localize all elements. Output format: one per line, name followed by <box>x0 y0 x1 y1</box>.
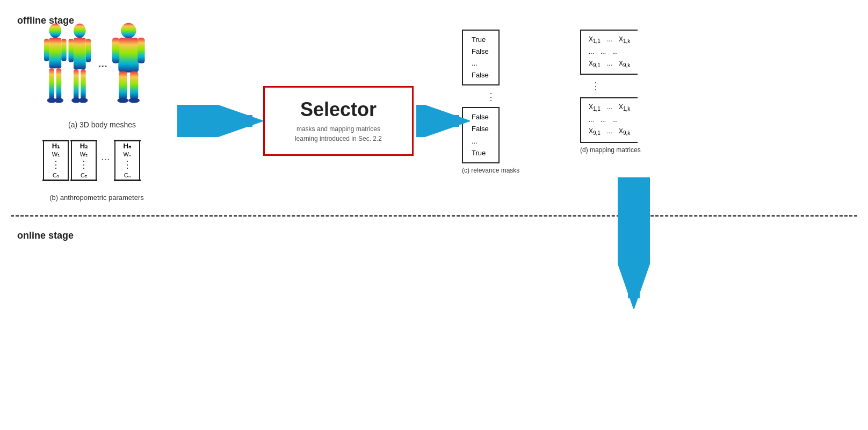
param-ellipsis: ... <box>99 140 112 163</box>
bottom-section: online stage User <box>0 215 868 430</box>
diagram-container: offline stage <box>0 0 868 430</box>
mask-false-4: False <box>472 123 490 135</box>
svg-rect-2 <box>44 39 49 61</box>
anthro-params: H₁ W₁ ⋮ C₁ H₂ W₂ ⋮ C₂ ... Hₙ Wₙ ⋮ Cₙ <box>43 140 140 181</box>
svg-text:...: ... <box>98 57 107 69</box>
svg-rect-21 <box>119 71 127 99</box>
param-dots-2: ⋮ <box>79 159 89 171</box>
param-col-n: Hₙ Wₙ ⋮ Cₙ <box>114 140 140 181</box>
mask-vertical-dots: ⋮ <box>462 91 519 102</box>
param-col-1: H₁ W₁ ⋮ C₁ <box>43 140 69 181</box>
matrix-separator-dots: ⋮ <box>580 80 641 92</box>
matrix2-row-1: X1,1 ... X1,k <box>589 102 630 114</box>
m1-dots2: ... <box>589 46 594 58</box>
mask-box-1: True False ... False <box>462 30 500 85</box>
matrix-box-2: X1,1 ... X1,k ... ... ... X9,1 ... X9,k <box>580 97 638 142</box>
param-header-n: Hₙ <box>123 142 131 150</box>
matrices-label: (d) mapping matrices <box>580 146 641 154</box>
m2-x91: X9,1 <box>589 126 601 138</box>
svg-rect-19 <box>112 38 119 63</box>
online-stage-label: online stage <box>17 230 74 241</box>
matrix-row-1: X1,1 ... X1,k <box>589 34 630 46</box>
svg-point-17 <box>121 23 136 38</box>
selector-box: Selector masks and mapping matriceslearn… <box>263 86 414 156</box>
m1-dots1: ... <box>607 34 612 46</box>
svg-point-24 <box>128 98 140 103</box>
svg-rect-10 <box>68 39 73 62</box>
param-sub-cn: Cₙ <box>124 172 131 179</box>
m2-dots2: ... <box>589 114 594 126</box>
mask-dots-1: ... <box>472 58 490 69</box>
matrix-box-1: X1,1 ... X1,k ... ... ... X9,1 ... X9,k <box>580 30 638 75</box>
arrow-selector-to-masks <box>416 105 470 137</box>
svg-point-0 <box>49 24 61 38</box>
m2-x1k: X1,k <box>619 102 630 114</box>
masks-section: True False ... False ⋮ False False ... T… <box>462 30 519 174</box>
m2-dots5: ... <box>607 126 612 138</box>
m2-dots3: ... <box>601 114 606 126</box>
arrow-matrices-to-mapper <box>618 185 650 309</box>
param-dots-1: ⋮ <box>51 159 61 171</box>
mask-true-2: True <box>472 147 490 159</box>
masks-label: (c) relevance masks <box>462 167 519 174</box>
top-section: offline stage <box>0 0 868 215</box>
svg-rect-18 <box>118 38 139 72</box>
m2-dots1: ... <box>607 102 612 114</box>
svg-rect-5 <box>56 68 61 99</box>
param-dots-n: ⋮ <box>122 159 132 171</box>
m1-dots4: ... <box>612 46 618 58</box>
svg-rect-22 <box>130 71 138 99</box>
m1-x1k: X1,k <box>619 34 630 46</box>
anthro-label: (b) anthropometric parameters <box>32 194 161 202</box>
param-sub-w2: W₂ <box>80 151 88 158</box>
mask-true-1: True <box>472 34 490 46</box>
m1-x11: X1,1 <box>589 34 601 46</box>
body-meshes-svg: ... <box>32 22 172 118</box>
svg-rect-4 <box>49 68 54 99</box>
m1-x91: X9,1 <box>589 58 601 70</box>
m1-dots3: ... <box>601 46 606 58</box>
svg-point-23 <box>117 98 128 103</box>
param-sub-c2: C₂ <box>81 172 87 179</box>
selector-subtitle: masks and mapping matriceslearning intro… <box>295 124 382 144</box>
svg-rect-20 <box>138 38 144 63</box>
matrices-section: X1,1 ... X1,k ... ... ... X9,1 ... X9,k … <box>580 30 641 154</box>
mask-dots-2: ... <box>472 135 490 147</box>
matrix2-row-3: X9,1 ... X9,k <box>589 126 630 138</box>
selector-title: Selector <box>300 98 377 121</box>
mask-false-1: False <box>472 46 490 58</box>
svg-rect-12 <box>74 69 78 99</box>
param-header-1: H₁ <box>52 142 60 150</box>
m2-x11: X1,1 <box>589 102 601 114</box>
m1-dots5: ... <box>607 58 612 70</box>
m2-x9k: X9,k <box>619 126 630 138</box>
m2-dots4: ... <box>612 114 618 126</box>
mask-false-3: False <box>472 111 490 123</box>
svg-rect-9 <box>74 38 86 69</box>
matrix-row-3: X9,1 ... X9,k <box>589 58 630 70</box>
svg-point-7 <box>54 98 63 103</box>
svg-rect-13 <box>81 69 85 99</box>
arrow-meshes-to-selector <box>177 105 263 137</box>
param-header-2: H₂ <box>80 142 88 150</box>
svg-rect-11 <box>86 39 91 62</box>
param-sub-wn: Wₙ <box>123 151 131 158</box>
matrix2-row-2: ... ... ... <box>589 114 630 126</box>
param-sub-w1: W₁ <box>52 151 60 158</box>
svg-rect-3 <box>61 39 66 61</box>
mask-false-2: False <box>472 69 490 81</box>
param-col-2: H₂ W₂ ⋮ C₂ <box>71 140 97 181</box>
svg-point-8 <box>74 24 86 38</box>
m1-x9k: X9,k <box>619 58 630 70</box>
matrix-row-2: ... ... ... <box>589 46 630 58</box>
param-sub-c1: C₁ <box>53 172 59 179</box>
body-meshes-label: (a) 3D body meshes <box>68 120 136 129</box>
svg-point-15 <box>78 98 88 103</box>
svg-rect-1 <box>49 38 61 68</box>
body-meshes-area: ... (a) 3D body meshes <box>32 22 172 129</box>
